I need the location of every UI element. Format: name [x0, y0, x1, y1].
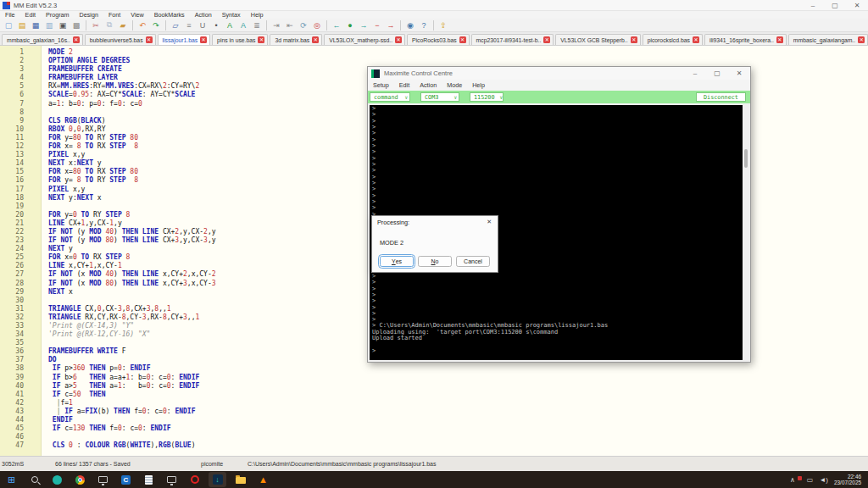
disconnect-button[interactable]: Disconnect [696, 92, 746, 102]
menu-syntax[interactable]: Syntax [217, 11, 246, 19]
yes-button[interactable]: Yes [380, 256, 414, 267]
print-icon[interactable]: ▩ [70, 19, 82, 30]
terminal-scrollbar[interactable] [743, 105, 748, 360]
stop-icon[interactable]: − [371, 19, 383, 30]
indent-icon[interactable]: ⇥ [270, 19, 282, 30]
menu-action[interactable]: Action [190, 11, 217, 19]
start-icon[interactable]: ⊞ [3, 472, 20, 487]
close-button[interactable]: ✕ [846, 2, 868, 9]
menu-file[interactable]: File [0, 11, 20, 19]
step-icon[interactable]: → [385, 19, 397, 30]
case-toggle-icon[interactable]: U [197, 19, 209, 30]
mcc-menu-action[interactable]: Action [415, 81, 442, 89]
run-program-icon[interactable]: ● [344, 19, 356, 30]
tab-ili9341-16sprite-boxera-[interactable]: ili9341_16sprite_boxera..✕ [704, 34, 787, 45]
opera-icon[interactable] [186, 472, 203, 487]
tab-close-icon[interactable]: ✕ [395, 36, 402, 43]
dialog-close-icon[interactable]: ✕ [481, 219, 498, 225]
nav-back-icon[interactable]: ← [331, 19, 342, 30]
tab-mmbasic-galaxiangam-[interactable]: mmbasic_galaxiangam..✕ [788, 34, 868, 45]
tab-close-icon[interactable]: ✕ [73, 36, 80, 43]
tab-close-icon[interactable]: ✕ [146, 36, 153, 43]
tab-close-icon[interactable]: ✕ [858, 36, 865, 43]
find-replace-icon[interactable]: ◎ [311, 19, 323, 30]
paste-icon[interactable]: ▰ [117, 19, 129, 30]
menu-font[interactable]: Font [103, 11, 125, 19]
mcc-minimize-button[interactable]: – [684, 69, 706, 77]
font-select-icon[interactable]: A [237, 19, 249, 30]
tab-close-icon[interactable]: ✕ [631, 36, 637, 43]
mcc-menu-setup[interactable]: Setup [368, 81, 394, 89]
copy-icon[interactable]: ⧉ [103, 19, 115, 30]
notepad-icon[interactable] [140, 472, 158, 487]
menu-design[interactable]: Design [75, 11, 103, 19]
bullet-icon[interactable]: • [210, 19, 222, 30]
tab-mcp23017-ili9341-test-b-[interactable]: mcp23017-ili9341-test-b..✕ [471, 34, 554, 45]
tab-vl53lox-gcb-stepperb-[interactable]: VL53LOX GCB Stepperb..✕ [555, 34, 640, 45]
speaker-icon[interactable]: ◄) [819, 476, 828, 484]
tab-close-icon[interactable]: ✕ [312, 36, 319, 43]
undo-icon[interactable]: ↶ [136, 19, 148, 30]
search-icon[interactable] [25, 472, 43, 487]
file-explorer-icon[interactable] [231, 472, 249, 487]
tab-close-icon[interactable]: ✕ [258, 36, 264, 43]
menu-view[interactable]: View [125, 11, 148, 19]
port-dropdown[interactable]: COM3 ∨ [420, 92, 459, 102]
tab-vl53lox-matherp-ssd-[interactable]: VL53LOX_matherp-ssd..✕ [324, 34, 405, 45]
font-colour-icon[interactable]: A [224, 19, 236, 30]
mcc-maximize-button[interactable]: ▢ [706, 69, 728, 77]
minimize-button[interactable]: – [802, 2, 824, 9]
remote-display-app-icon[interactable] [94, 472, 112, 487]
maximize-button[interactable]: ▢ [824, 2, 846, 9]
tab-3d-matrix-bas[interactable]: 3d matrix.bas✕ [270, 34, 322, 45]
maximite-transfer-icon[interactable]: ⇪ [437, 19, 449, 30]
list-icon[interactable]: ≡ [183, 19, 195, 30]
tray-display-icon[interactable]: ▭ [807, 476, 814, 484]
taskbar-clock[interactable]: 22:46 23/07/2025 [834, 474, 861, 486]
tab-close-icon[interactable]: ✕ [459, 36, 466, 43]
mode-dropdown[interactable]: command ∨ [370, 92, 410, 102]
tab-bubbleuniverse5-bas[interactable]: bubbleuniverse5.bas✕ [85, 34, 156, 45]
new-file-icon[interactable]: ▢ [3, 19, 14, 30]
tab-close-icon[interactable]: ✕ [200, 36, 207, 43]
find-icon[interactable]: ▱ [170, 19, 181, 30]
mcc-menu-edit[interactable]: Edit [394, 81, 415, 89]
mcc-menu-help[interactable]: Help [467, 81, 490, 89]
menu-program[interactable]: Program [41, 11, 75, 19]
menu-bookmarks[interactable]: BookMarks [149, 11, 190, 19]
tab-lissajour1-bas[interactable]: lissajour1.bas✕ [158, 34, 211, 45]
tab-picorocks03-bas[interactable]: PicoRocks03.bas✕ [407, 34, 470, 45]
nav-forward-icon[interactable]: → [358, 19, 370, 30]
open-file-icon[interactable]: ▤ [16, 19, 28, 30]
no-button[interactable]: No [418, 256, 452, 267]
terminal-scrollbar-thumb[interactable] [744, 149, 748, 168]
app-teal-globe-icon[interactable] [48, 472, 66, 487]
system-monitor-app-icon[interactable] [163, 472, 181, 487]
tray-chevron-icon[interactable]: ∧ [790, 476, 795, 484]
baud-dropdown[interactable]: 115200 ∨ [470, 92, 504, 102]
save-as-icon[interactable]: ▥ [43, 19, 55, 30]
vlc-icon[interactable]: ▲ [254, 472, 272, 487]
tab-picorockslcd-bas[interactable]: picorockslcd.bas✕ [643, 34, 703, 45]
tab-pins-in-use-bas[interactable]: pins in use.bas✕ [212, 34, 268, 45]
c-ide-app-icon[interactable]: C [117, 472, 135, 487]
menu-help[interactable]: Help [246, 11, 269, 19]
tab-mmbasic-galaxian-16s-[interactable]: mmbasic_galaxian_16s..✕ [2, 34, 83, 45]
cut-icon[interactable]: ✂ [90, 19, 102, 30]
tab-close-icon[interactable]: ✕ [776, 36, 783, 43]
chrome-icon[interactable] [71, 472, 89, 487]
tab-close-icon[interactable]: ✕ [543, 36, 550, 43]
line-list-icon[interactable]: ≣ [251, 19, 263, 30]
web-icon[interactable]: ◉ [404, 19, 416, 30]
redo-icon[interactable]: ↷ [150, 19, 162, 30]
menu-edit[interactable]: Edit [20, 11, 41, 19]
snapshot-icon[interactable]: ▣ [57, 19, 69, 30]
save-file-icon[interactable]: ▦ [30, 19, 42, 30]
mcc-close-button[interactable]: ✕ [728, 69, 750, 77]
outdent-icon[interactable]: ⇤ [284, 19, 296, 30]
mcc-menu-mode[interactable]: Mode [442, 81, 467, 89]
tab-close-icon[interactable]: ✕ [693, 36, 699, 43]
download-manager-icon[interactable]: ↓ [209, 472, 226, 487]
cancel-button[interactable]: Cancel [456, 256, 490, 267]
help-icon[interactable]: ? [418, 19, 430, 30]
